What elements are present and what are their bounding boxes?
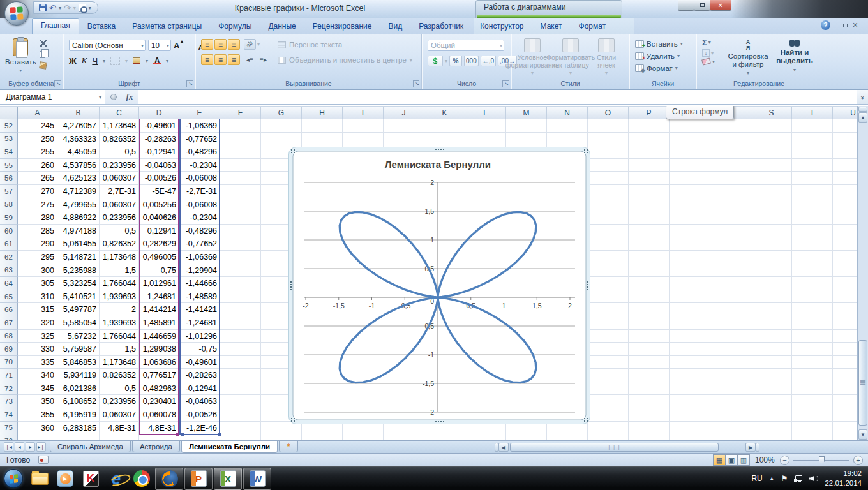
- cell[interactable]: [220, 290, 261, 304]
- cell[interactable]: 1,173648: [100, 356, 139, 369]
- align-center-button[interactable]: ≡: [214, 54, 227, 65]
- cell[interactable]: [751, 185, 792, 198]
- cell[interactable]: [424, 119, 465, 133]
- cell[interactable]: -0,49601: [179, 356, 220, 369]
- cell[interactable]: [710, 237, 751, 251]
- cell[interactable]: [792, 422, 833, 435]
- cell[interactable]: [792, 185, 833, 198]
- row-header-67[interactable]: 67: [0, 316, 18, 330]
- cell[interactable]: [588, 119, 629, 133]
- cell[interactable]: 0,060078: [139, 408, 179, 422]
- cell[interactable]: 1,24681: [139, 290, 179, 304]
- cell[interactable]: 1,5: [100, 343, 139, 356]
- column-header-S[interactable]: S: [751, 107, 792, 119]
- cell[interactable]: -0,12941: [139, 145, 179, 159]
- cell[interactable]: [670, 316, 710, 330]
- cell[interactable]: [710, 133, 751, 146]
- hscroll-split-right[interactable]: [756, 443, 760, 452]
- cell[interactable]: [833, 382, 857, 396]
- cell[interactable]: [588, 290, 629, 304]
- column-header-F[interactable]: F: [220, 107, 261, 119]
- cell[interactable]: [792, 264, 833, 278]
- ribbon-tab-Вставка[interactable]: Вставка: [79, 19, 124, 34]
- name-box[interactable]: Диаграмма 1 ▾: [0, 90, 105, 104]
- column-header-C[interactable]: C: [100, 107, 139, 119]
- cell[interactable]: 340: [18, 369, 57, 382]
- cell[interactable]: [751, 343, 792, 356]
- macro-record-icon[interactable]: [38, 456, 49, 464]
- cell[interactable]: [833, 133, 857, 146]
- firefox-icon[interactable]: [155, 468, 183, 490]
- formula-input[interactable]: [138, 90, 857, 104]
- cell[interactable]: [670, 251, 710, 264]
- cell[interactable]: [629, 185, 670, 198]
- cell[interactable]: [792, 225, 833, 238]
- cell[interactable]: [833, 185, 857, 198]
- media-player-icon[interactable]: ▶: [52, 467, 78, 490]
- row-header-56[interactable]: 56: [0, 172, 18, 185]
- cell[interactable]: 0,005256: [139, 198, 179, 212]
- cell[interactable]: [792, 277, 833, 290]
- cell[interactable]: 0,12941: [139, 225, 179, 238]
- fill-color-button[interactable]: [133, 57, 140, 64]
- delete-cells-button[interactable]: × Удалить ▾: [635, 50, 683, 62]
- formula-bar-expand-button[interactable]: »: [857, 90, 868, 104]
- insert-cells-button[interactable]: + Вставить ▾: [635, 38, 683, 50]
- cell[interactable]: [710, 422, 751, 435]
- cell[interactable]: 6,108652: [57, 395, 100, 408]
- page-break-view-button[interactable]: ▥: [737, 454, 750, 466]
- cell[interactable]: [220, 172, 261, 185]
- minimize-button[interactable]: —: [678, 0, 694, 11]
- cell[interactable]: [670, 133, 710, 146]
- vscroll-split-handle[interactable]: —: [858, 107, 867, 112]
- cell[interactable]: [261, 434, 302, 440]
- vertical-scrollbar[interactable]: — ▲ ▬▬▬ ▼: [857, 106, 868, 440]
- row-header-52[interactable]: 52: [0, 119, 18, 133]
- cell[interactable]: 5,148721: [57, 251, 100, 264]
- cell[interactable]: [751, 211, 792, 225]
- cell[interactable]: [670, 395, 710, 408]
- cell[interactable]: [588, 145, 629, 159]
- row-header-70[interactable]: 70: [0, 356, 18, 369]
- cell[interactable]: [792, 145, 833, 159]
- cell[interactable]: [751, 356, 792, 369]
- cell[interactable]: 0,5: [100, 225, 139, 238]
- merge-center-dropdown[interactable]: ▾: [410, 57, 412, 63]
- borders-dropdown[interactable]: ▾: [125, 58, 128, 64]
- comma-style-button[interactable]: 000: [464, 56, 479, 66]
- ribbon-tab-Формулы[interactable]: Формулы: [210, 19, 260, 34]
- cell[interactable]: [751, 119, 792, 133]
- cell[interactable]: [220, 330, 261, 343]
- cell[interactable]: [833, 277, 857, 290]
- cell[interactable]: 4,799655: [57, 198, 100, 212]
- column-header-P[interactable]: P: [629, 107, 670, 119]
- cell[interactable]: -1,24681: [179, 316, 220, 330]
- decrease-indent-button[interactable]: ◂≡: [244, 54, 256, 65]
- cell[interactable]: [710, 330, 751, 343]
- cell[interactable]: 0,496005: [139, 251, 179, 264]
- cell[interactable]: -1,01296: [179, 330, 220, 343]
- cell[interactable]: 350: [18, 395, 57, 408]
- cell[interactable]: 0,060307: [100, 198, 139, 212]
- cell[interactable]: 270: [18, 185, 57, 198]
- cell[interactable]: 1,299038: [139, 343, 179, 356]
- cell[interactable]: 1,173648: [100, 251, 139, 264]
- accounting-dropdown[interactable]: ▾: [445, 58, 447, 64]
- cell[interactable]: 280: [18, 211, 57, 225]
- cell[interactable]: -0,48296: [179, 145, 220, 159]
- redo-icon[interactable]: ↷: [64, 4, 71, 12]
- page-layout-view-button[interactable]: ▣: [725, 454, 738, 466]
- internet-explorer-icon[interactable]: e: [103, 467, 129, 490]
- cell[interactable]: [629, 343, 670, 356]
- cell[interactable]: 4,45059: [57, 145, 100, 159]
- row-header-64[interactable]: 64: [0, 277, 18, 290]
- accounting-format-button[interactable]: 💲: [428, 56, 443, 66]
- row-header-59[interactable]: 59: [0, 211, 18, 225]
- horizontal-scrollbar[interactable]: ◀ ❘❘❘ ▶: [495, 442, 760, 452]
- cell[interactable]: [629, 369, 670, 382]
- cell[interactable]: -0,28263: [139, 133, 179, 146]
- cell[interactable]: [424, 434, 465, 440]
- cell[interactable]: 0,282629: [139, 237, 179, 251]
- cell[interactable]: [670, 277, 710, 290]
- cell[interactable]: [506, 434, 547, 440]
